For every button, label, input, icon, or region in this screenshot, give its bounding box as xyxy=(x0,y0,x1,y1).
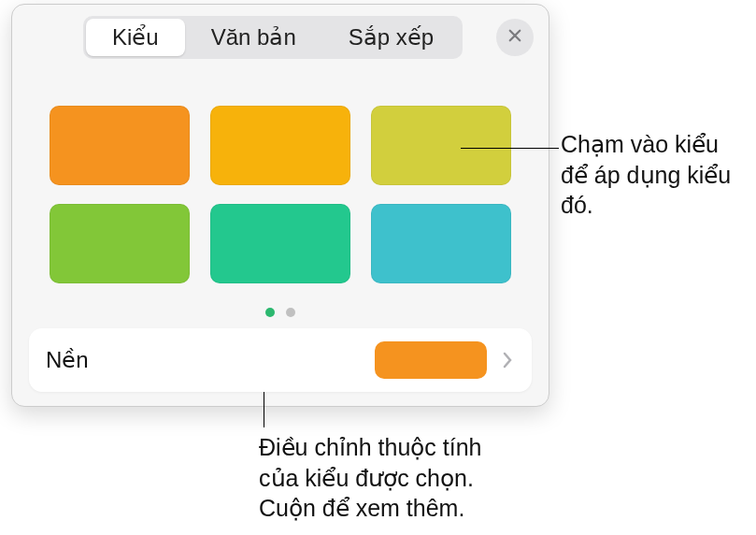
tab-text[interactable]: Văn bản xyxy=(185,19,322,56)
format-panel: Kiểu Văn bản Sắp xếp Nền xyxy=(11,4,549,407)
callout-text: Điều chỉnh thuộc tính của kiểu được chọn… xyxy=(259,432,521,524)
style-swatch[interactable] xyxy=(50,204,190,283)
chevron-right-icon xyxy=(502,351,515,369)
style-swatch[interactable] xyxy=(210,204,350,283)
tab-arrange[interactable]: Sắp xếp xyxy=(322,19,460,56)
page-dot[interactable] xyxy=(286,308,295,317)
style-swatch[interactable] xyxy=(50,106,190,185)
page-dot[interactable] xyxy=(265,308,275,317)
close-button[interactable] xyxy=(496,19,534,56)
callout-text: Chạm vào kiểu để áp dụng kiểu đó. xyxy=(561,129,748,221)
style-swatch[interactable] xyxy=(371,106,511,185)
callout-leader xyxy=(461,148,559,149)
page-dots xyxy=(12,298,549,328)
panel-header: Kiểu Văn bản Sắp xếp xyxy=(12,5,549,66)
callout-leader xyxy=(264,392,264,427)
tab-segmented-control: Kiểu Văn bản Sắp xếp xyxy=(83,16,463,59)
style-swatch-grid xyxy=(12,66,549,298)
tab-style[interactable]: Kiểu xyxy=(86,19,185,56)
style-swatch[interactable] xyxy=(371,204,511,283)
background-label: Nền xyxy=(46,347,89,373)
background-row[interactable]: Nền xyxy=(29,328,532,392)
style-swatch[interactable] xyxy=(210,106,350,185)
close-icon xyxy=(506,27,523,48)
background-preview xyxy=(375,341,487,379)
